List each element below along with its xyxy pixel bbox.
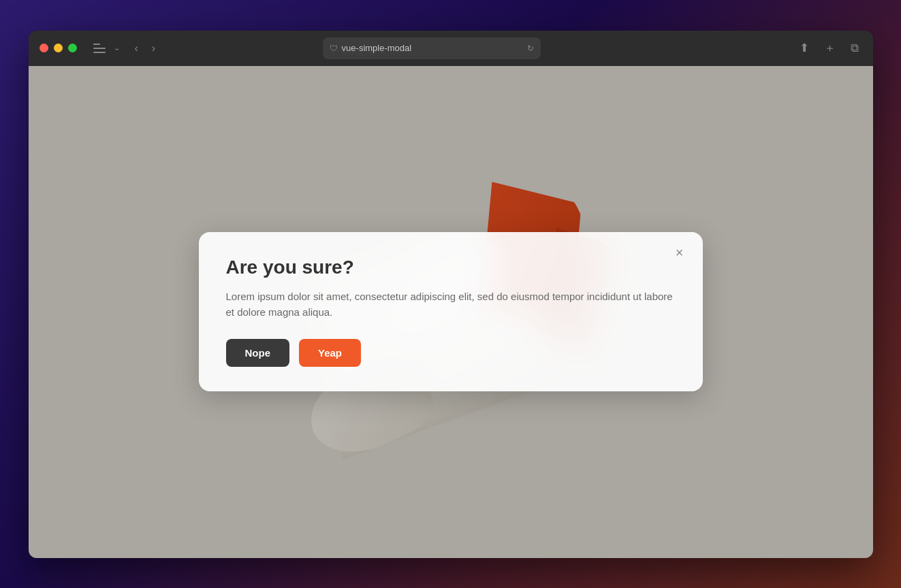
nope-button[interactable]: Nope bbox=[226, 339, 290, 367]
shield-icon: 🛡 bbox=[330, 44, 338, 53]
nav-buttons: ‹ › bbox=[131, 39, 160, 57]
close-traffic-light[interactable] bbox=[39, 44, 48, 52]
traffic-lights bbox=[39, 44, 77, 52]
tabs-button[interactable]: ⧉ bbox=[848, 39, 862, 58]
titlebar: ⌄ ‹ › 🛡 vue-simple-modal ↻ ⬆ ＋ ⧉ bbox=[29, 31, 873, 66]
back-button[interactable]: ‹ bbox=[131, 39, 142, 57]
new-tab-button[interactable]: ＋ bbox=[821, 37, 838, 59]
sidebar-toggle-button[interactable] bbox=[93, 44, 106, 53]
confirmation-modal: × Are you sure? Lorem ipsum dolor sit am… bbox=[199, 232, 703, 391]
share-button[interactable]: ⬆ bbox=[797, 38, 812, 58]
maximize-traffic-light[interactable] bbox=[68, 44, 77, 52]
minimize-traffic-light[interactable] bbox=[54, 44, 63, 52]
yeap-button[interactable]: Yeap bbox=[299, 339, 361, 367]
chevron-down-icon[interactable]: ⌄ bbox=[114, 44, 120, 52]
url-text: vue-simple-modal bbox=[342, 43, 523, 53]
modal-actions: Nope Yeap bbox=[226, 339, 676, 367]
forward-button[interactable]: › bbox=[148, 39, 159, 57]
address-bar[interactable]: 🛡 vue-simple-modal ↻ bbox=[323, 37, 541, 59]
modal-overlay: × Are you sure? Lorem ipsum dolor sit am… bbox=[29, 66, 873, 558]
modal-body-text: Lorem ipsum dolor sit amet, consectetur … bbox=[226, 289, 676, 320]
reload-icon[interactable]: ↻ bbox=[527, 44, 534, 53]
page-content: × Are you sure? Lorem ipsum dolor sit am… bbox=[29, 66, 873, 558]
address-bar-container: 🛡 vue-simple-modal ↻ bbox=[262, 37, 602, 59]
modal-close-button[interactable]: × bbox=[670, 243, 689, 262]
modal-title: Are you sure? bbox=[226, 257, 676, 278]
toolbar-right: ⬆ ＋ ⧉ bbox=[797, 37, 862, 59]
browser-window: ⌄ ‹ › 🛡 vue-simple-modal ↻ ⬆ ＋ ⧉ bbox=[29, 31, 873, 558]
